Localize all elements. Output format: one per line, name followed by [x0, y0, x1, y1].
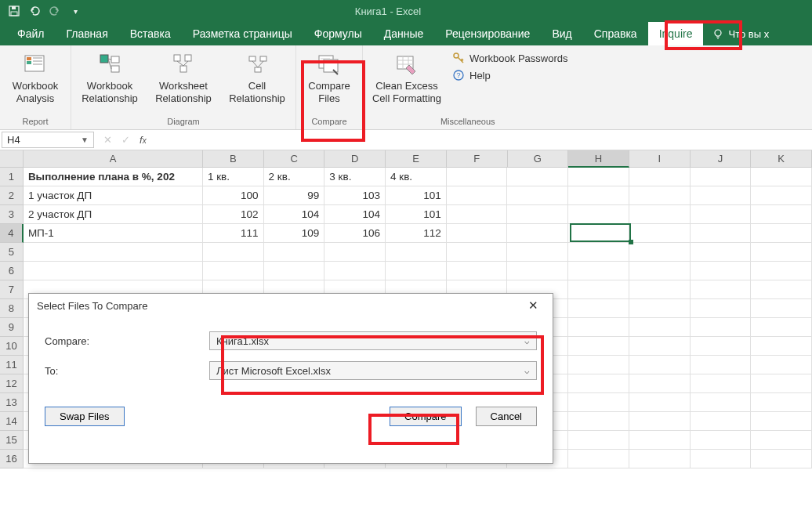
cell[interactable] [691, 431, 752, 450]
cell[interactable] [751, 318, 812, 337]
cell[interactable] [629, 450, 691, 468]
cell[interactable] [691, 299, 752, 318]
cell[interactable]: 103 [324, 186, 386, 205]
cell[interactable] [568, 299, 629, 318]
cell[interactable] [691, 356, 752, 374]
cell[interactable] [691, 205, 752, 224]
cell[interactable] [24, 262, 203, 280]
cell[interactable] [629, 356, 691, 374]
cell[interactable] [629, 393, 691, 412]
workbook-analysis-button[interactable]: Workbook Analysis [5, 49, 66, 107]
dialog-title-bar[interactable]: Select Files To Compare ✕ [29, 294, 553, 317]
help-button[interactable]: ? Help [452, 69, 567, 81]
row-header[interactable]: 16 [0, 450, 24, 468]
chevron-down-icon[interactable]: ▼ [81, 136, 89, 144]
cell[interactable]: 104 [264, 205, 325, 224]
cell[interactable]: МП-1 [24, 224, 203, 243]
cell[interactable] [568, 205, 629, 224]
row-header[interactable]: 8 [0, 299, 24, 318]
column-header[interactable]: I [629, 150, 691, 168]
cell[interactable]: 4 кв. [386, 168, 447, 186]
cell[interactable] [568, 450, 629, 468]
cell[interactable] [751, 337, 812, 356]
cell[interactable] [203, 262, 264, 280]
cell[interactable] [568, 431, 629, 450]
cell[interactable]: 104 [324, 205, 386, 224]
cell[interactable] [629, 412, 691, 431]
cell[interactable] [568, 393, 629, 412]
save-icon[interactable] [8, 5, 20, 17]
tell-me-search[interactable]: Что вы х [703, 22, 778, 45]
cell[interactable] [568, 280, 629, 299]
cell[interactable] [203, 243, 264, 262]
cell[interactable] [264, 262, 325, 280]
compare-files-button[interactable]: Compare Files [301, 49, 357, 107]
tab-файл[interactable]: Файл [6, 22, 55, 45]
cell[interactable] [691, 412, 752, 431]
tab-главная[interactable]: Главная [55, 22, 118, 45]
cell[interactable] [324, 262, 386, 280]
row-header[interactable]: 1 [0, 168, 24, 186]
cell-relationship-button[interactable]: Cell Relationship [223, 49, 291, 107]
row-header[interactable]: 3 [0, 205, 24, 224]
cell[interactable] [568, 356, 629, 374]
cell[interactable] [629, 318, 691, 337]
column-header[interactable]: C [264, 150, 325, 168]
cell[interactable] [751, 205, 812, 224]
fill-handle[interactable] [629, 240, 633, 244]
cell[interactable] [691, 186, 752, 205]
cell[interactable] [447, 205, 508, 224]
column-header[interactable]: K [751, 150, 812, 168]
cell[interactable] [24, 243, 203, 262]
cell[interactable] [507, 243, 568, 262]
cell[interactable] [507, 205, 568, 224]
cell[interactable]: 2 участок ДП [24, 205, 203, 224]
cell[interactable] [691, 450, 752, 468]
cell[interactable] [447, 224, 508, 243]
cell[interactable] [629, 205, 691, 224]
cell[interactable] [751, 186, 812, 205]
cell[interactable] [568, 374, 629, 393]
cell[interactable] [447, 262, 508, 280]
tab-справка[interactable]: Справка [583, 22, 648, 45]
name-box[interactable]: H4 ▼ [2, 132, 94, 148]
cell[interactable] [568, 412, 629, 431]
cell[interactable] [691, 168, 752, 186]
row-header[interactable]: 10 [0, 337, 24, 356]
to-file-select[interactable]: Лист Microsoft Excel.xlsx ⌵ [209, 361, 537, 380]
cell[interactable]: 2 кв. [264, 168, 325, 186]
cell[interactable] [629, 299, 691, 318]
worksheet-relationship-button[interactable]: Worksheet Relationship [150, 49, 217, 107]
cell[interactable] [568, 262, 629, 280]
cancel-icon[interactable]: ✕ [103, 134, 112, 146]
row-header[interactable]: 13 [0, 393, 24, 412]
cell[interactable] [691, 337, 752, 356]
column-header[interactable]: G [508, 150, 569, 168]
column-header[interactable]: H [568, 150, 629, 168]
column-header[interactable]: D [324, 150, 386, 168]
cell[interactable] [568, 318, 629, 337]
tab-формулы[interactable]: Формулы [303, 22, 373, 45]
column-header[interactable]: J [691, 150, 752, 168]
cell[interactable] [447, 186, 508, 205]
cell[interactable] [751, 450, 812, 468]
row-header[interactable]: 2 [0, 186, 24, 205]
cell[interactable] [691, 280, 752, 299]
cell[interactable]: 102 [203, 205, 264, 224]
cell[interactable] [447, 243, 508, 262]
cell[interactable] [507, 224, 568, 243]
cell[interactable] [447, 168, 508, 186]
cell[interactable]: 112 [386, 224, 447, 243]
cell[interactable] [629, 243, 691, 262]
cell[interactable] [629, 224, 691, 243]
row-header[interactable]: 5 [0, 243, 24, 262]
cell[interactable] [568, 186, 629, 205]
cell[interactable] [751, 431, 812, 450]
cell[interactable] [751, 356, 812, 374]
row-header[interactable]: 4 [0, 224, 24, 243]
cell[interactable] [324, 243, 386, 262]
cell[interactable] [629, 168, 691, 186]
clean-excess-formatting-button[interactable]: Clean Excess Cell Formatting [368, 49, 446, 107]
cell[interactable] [568, 243, 629, 262]
cell[interactable] [691, 374, 752, 393]
